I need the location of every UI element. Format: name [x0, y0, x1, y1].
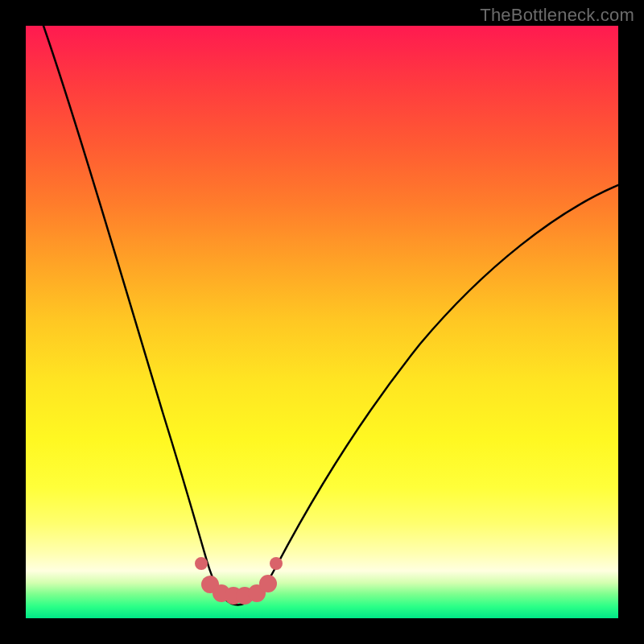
svg-point-0 [195, 557, 208, 570]
svg-point-7 [270, 557, 283, 570]
bottleneck-curve [43, 26, 618, 605]
chart-svg [26, 26, 618, 618]
plot-area [26, 26, 618, 618]
watermark-text: TheBottleneck.com [480, 5, 634, 26]
chart-frame: TheBottleneck.com [0, 0, 644, 644]
svg-point-6 [259, 575, 277, 592]
